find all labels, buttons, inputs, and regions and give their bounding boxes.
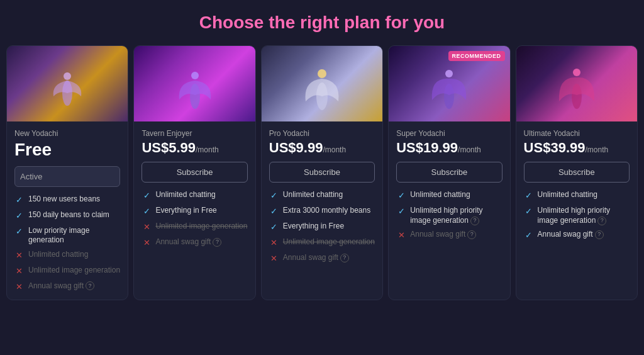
help-icon[interactable]: ? bbox=[86, 281, 94, 290]
cross-icon: ✕ bbox=[269, 238, 279, 249]
check-icon: ✓ bbox=[269, 222, 279, 233]
plan-image-ultimate bbox=[516, 46, 637, 121]
recommended-badge: RECOMMENDED bbox=[448, 51, 505, 61]
features-list-tavern: ✓Unlimited chatting✓Everything in Free✕U… bbox=[142, 190, 247, 249]
feature-item-free-2: ✓Low priority image generation bbox=[14, 226, 120, 245]
feature-text-free-1: 150 daily beans to claim bbox=[28, 210, 109, 220]
feature-text-pro-4: Annual swag gift? bbox=[283, 253, 349, 263]
plan-card-super: RECOMMENDEDSuper YodachiUS$19.99/monthSu… bbox=[388, 45, 510, 300]
plan-price-pro: US$9.99/month bbox=[269, 140, 375, 155]
feature-item-pro-1: ✓Extra 3000 monthly beans bbox=[269, 206, 375, 217]
feature-text-ultimate-2: Annual swag gift? bbox=[538, 230, 604, 240]
plan-name-super: Super Yodachi bbox=[396, 129, 502, 138]
feature-item-tavern-2: ✕Unlimited image generation bbox=[142, 222, 247, 233]
svg-point-9 bbox=[573, 69, 580, 76]
svg-point-7 bbox=[445, 70, 453, 77]
cross-icon: ✕ bbox=[14, 282, 25, 293]
feature-text-pro-0: Unlimited chatting bbox=[283, 190, 343, 200]
svg-point-5 bbox=[318, 69, 326, 78]
check-icon: ✓ bbox=[269, 191, 279, 201]
plan-card-free: New YodachiFreeActive✓150 new users bean… bbox=[6, 45, 128, 300]
plan-name-ultimate: Ultimate Yodachi bbox=[524, 129, 630, 138]
plan-card-pro: Pro YodachiUS$9.99/monthSubscribe✓Unlimi… bbox=[261, 45, 383, 300]
feature-item-free-1: ✓150 daily beans to claim bbox=[14, 210, 120, 222]
feature-item-pro-4: ✕Annual swag gift? bbox=[269, 253, 375, 264]
feature-item-super-2: ✕Annual swag gift? bbox=[396, 230, 502, 241]
plan-image-super: RECOMMENDED bbox=[389, 46, 509, 121]
feature-item-free-5: ✕Annual swag gift? bbox=[14, 281, 120, 293]
feature-text-super-2: Annual swag gift? bbox=[410, 230, 476, 240]
check-icon: ✓ bbox=[269, 206, 279, 217]
check-icon: ✓ bbox=[524, 206, 534, 217]
angel-figure-tavern bbox=[176, 65, 214, 121]
cross-icon: ✕ bbox=[269, 254, 279, 264]
angel-figure-pro bbox=[303, 65, 341, 121]
subscribe-button-super[interactable]: Subscribe bbox=[396, 162, 502, 183]
angel-figure-free bbox=[48, 65, 86, 121]
cross-icon: ✕ bbox=[396, 230, 406, 241]
feature-text-ultimate-0: Unlimited chatting bbox=[538, 190, 597, 200]
feature-text-free-5: Annual swag gift? bbox=[28, 281, 94, 291]
active-button-free: Active bbox=[14, 166, 120, 187]
check-icon: ✓ bbox=[524, 191, 534, 201]
check-icon: ✓ bbox=[524, 230, 534, 241]
plan-name-free: New Yodachi bbox=[14, 129, 120, 138]
help-icon[interactable]: ? bbox=[340, 254, 349, 262]
feature-item-pro-2: ✓Everything in Free bbox=[269, 222, 375, 233]
help-icon[interactable]: ? bbox=[470, 217, 479, 225]
feature-text-pro-3: Unlimited image generation bbox=[283, 237, 375, 247]
check-icon: ✓ bbox=[142, 206, 152, 217]
feature-text-tavern-1: Everything in Free bbox=[155, 206, 216, 216]
feature-text-tavern-0: Unlimited chatting bbox=[155, 190, 215, 200]
feature-item-free-4: ✕Unlimited image generation bbox=[14, 266, 120, 277]
plan-image-pro bbox=[262, 46, 382, 121]
plan-name-pro: Pro Yodachi bbox=[269, 129, 375, 138]
plan-image-tavern bbox=[134, 46, 255, 121]
feature-text-pro-1: Extra 3000 monthly beans bbox=[283, 206, 370, 216]
price-suffix-tavern: /month bbox=[196, 145, 219, 154]
check-icon: ✓ bbox=[14, 211, 25, 222]
feature-item-pro-0: ✓Unlimited chatting bbox=[269, 190, 375, 201]
feature-item-free-3: ✕Unlimited chatting bbox=[14, 250, 120, 261]
subscribe-button-pro[interactable]: Subscribe bbox=[269, 162, 375, 183]
price-value-free: Free bbox=[14, 140, 52, 159]
features-list-ultimate: ✓Unlimited chatting✓Unlimited high prior… bbox=[524, 190, 630, 241]
feature-item-free-0: ✓150 new users beans bbox=[14, 194, 120, 206]
feature-item-tavern-0: ✓Unlimited chatting bbox=[142, 190, 247, 201]
features-list-pro: ✓Unlimited chatting✓Extra 3000 monthly b… bbox=[269, 190, 375, 264]
page-title: Choose the right plan for you bbox=[199, 13, 445, 33]
feature-text-free-4: Unlimited image generation bbox=[28, 266, 120, 276]
cross-icon: ✕ bbox=[14, 251, 25, 261]
check-icon: ✓ bbox=[14, 227, 25, 237]
price-suffix-pro: /month bbox=[323, 145, 346, 154]
feature-item-super-1: ✓Unlimited high priority image generatio… bbox=[396, 206, 502, 225]
angel-figure-super bbox=[430, 65, 468, 121]
angel-figure-ultimate bbox=[558, 65, 596, 121]
plan-card-tavern: Tavern EnjoyerUS$5.99/monthSubscribe✓Unl… bbox=[133, 45, 255, 300]
plan-price-ultimate: US$39.99/month bbox=[524, 140, 630, 155]
check-icon: ✓ bbox=[396, 206, 406, 217]
plan-card-ultimate: Ultimate YodachiUS$39.99/monthSubscribe✓… bbox=[516, 45, 638, 300]
feature-item-ultimate-1: ✓Unlimited high priority image generatio… bbox=[524, 206, 630, 225]
feature-item-tavern-1: ✓Everything in Free bbox=[142, 206, 247, 217]
help-icon[interactable]: ? bbox=[597, 217, 606, 225]
features-list-super: ✓Unlimited chatting✓Unlimited high prior… bbox=[396, 190, 502, 241]
feature-text-free-0: 150 new users beans bbox=[28, 194, 100, 205]
price-suffix-ultimate: /month bbox=[585, 145, 608, 154]
feature-item-pro-3: ✕Unlimited image generation bbox=[269, 237, 375, 249]
subscribe-button-tavern[interactable]: Subscribe bbox=[142, 162, 247, 183]
help-icon[interactable]: ? bbox=[467, 230, 476, 239]
help-icon[interactable]: ? bbox=[213, 238, 221, 247]
feature-text-tavern-3: Annual swag gift? bbox=[155, 237, 221, 247]
feature-item-ultimate-2: ✓Annual swag gift? bbox=[524, 230, 630, 241]
plan-image-free bbox=[7, 46, 128, 121]
feature-text-super-0: Unlimited chatting bbox=[410, 190, 470, 200]
cross-icon: ✕ bbox=[142, 238, 152, 249]
check-icon: ✓ bbox=[142, 191, 152, 201]
feature-text-tavern-2: Unlimited image generation bbox=[155, 222, 247, 232]
help-icon[interactable]: ? bbox=[595, 230, 604, 239]
plan-name-tavern: Tavern Enjoyer bbox=[142, 129, 247, 138]
subscribe-button-ultimate[interactable]: Subscribe bbox=[524, 162, 630, 183]
svg-point-3 bbox=[191, 72, 199, 79]
price-suffix-super: /month bbox=[458, 145, 481, 154]
